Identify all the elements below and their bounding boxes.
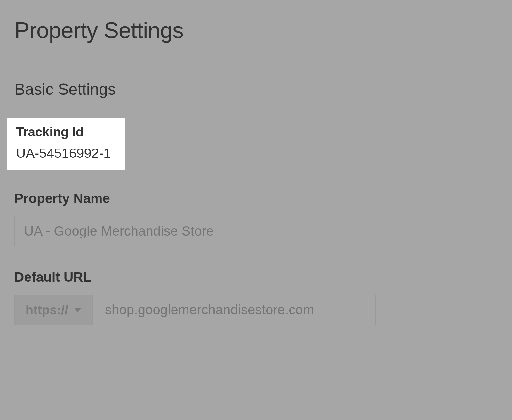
protocol-dropdown[interactable]: https:// bbox=[14, 295, 93, 325]
url-input[interactable] bbox=[95, 295, 376, 325]
tracking-id-label: Tracking Id bbox=[16, 125, 116, 139]
section-header: Basic Settings bbox=[0, 80, 512, 99]
property-name-group: Property Name bbox=[0, 191, 512, 246]
section-header-text: Basic Settings bbox=[14, 80, 130, 99]
page-title: Property Settings bbox=[0, 0, 512, 43]
chevron-down-icon bbox=[74, 308, 82, 312]
tracking-id-value: UA-54516992-1 bbox=[16, 146, 116, 161]
tracking-id-box: Tracking Id UA-54516992-1 bbox=[7, 118, 125, 170]
default-url-group: Default URL https:// bbox=[0, 270, 512, 325]
property-name-input[interactable] bbox=[14, 216, 294, 246]
property-name-label: Property Name bbox=[14, 191, 512, 206]
default-url-label: Default URL bbox=[14, 270, 512, 285]
section-divider bbox=[130, 91, 512, 91]
protocol-value: https:// bbox=[26, 303, 68, 317]
url-input-row: https:// bbox=[14, 295, 512, 325]
